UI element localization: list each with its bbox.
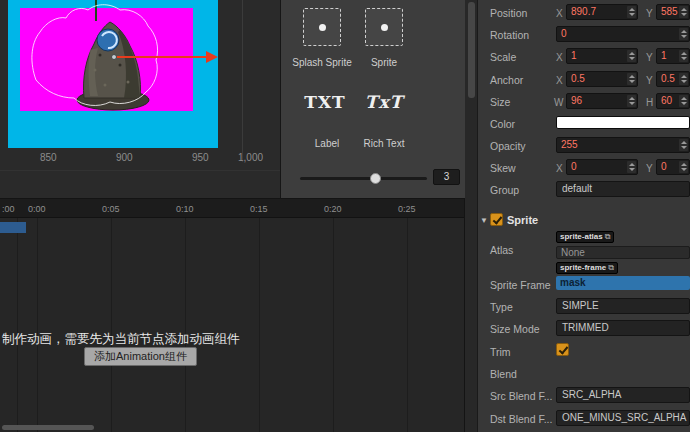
dst-blend-select[interactable]: ONE_MINUS_SRC_ALPHA [556, 410, 690, 426]
axis-label-x: X [556, 75, 563, 86]
time-label: 0:10 [176, 204, 194, 214]
time-label: 0:15 [250, 204, 268, 214]
time-label: 0:05 [102, 204, 120, 214]
spinner[interactable] [679, 6, 688, 18]
time-label: 0:25 [398, 204, 416, 214]
rotation-input[interactable]: 0 [556, 26, 690, 42]
scale-label: Scale [490, 51, 516, 63]
spinner[interactable] [679, 73, 688, 85]
rich-text-button[interactable]: TxT [362, 92, 406, 112]
timeline-selection-bar[interactable] [0, 222, 26, 233]
sprite-frame-label: Sprite Frame [490, 279, 551, 291]
inspector-panel: Position X 890.7 Y 585 Rotation 0 Scale … [478, 0, 690, 432]
time-label: 0:00 [28, 204, 46, 214]
timeline-ruler[interactable]: :00 0:00 0:05 0:10 0:15 0:20 0:25 [0, 199, 465, 218]
rich-text-label: Rich Text [353, 138, 415, 149]
slider-value-input[interactable]: 3 [433, 169, 460, 185]
vertical-scrollbar[interactable] [468, 2, 475, 98]
position-x-input[interactable]: 890.7 [566, 4, 638, 20]
ruler-label: 950 [192, 152, 209, 163]
sprite-icon [319, 24, 326, 31]
axis-label-x: X [556, 8, 563, 19]
type-label: Type [490, 301, 513, 313]
size-mode-label: Size Mode [490, 323, 540, 335]
axis-label-w: W [554, 97, 563, 108]
skew-y-input[interactable]: 0 [656, 159, 690, 175]
anchor-label: Anchor [490, 74, 523, 86]
position-label: Position [490, 7, 527, 19]
spinner[interactable] [679, 139, 688, 151]
scale-y-input[interactable]: 1 [656, 48, 690, 64]
axis-label-h: H [646, 97, 653, 108]
animation-hint-text: 制作动画，需要先为当前节点添加动画组件 [2, 331, 240, 348]
spinner[interactable] [679, 95, 688, 107]
blend-label: Blend [490, 368, 517, 380]
axis-label-x: X [556, 163, 563, 174]
sprite-button[interactable] [365, 8, 403, 46]
axis-label-y: Y [646, 75, 653, 86]
slider-handle[interactable] [370, 173, 381, 184]
ruler-label: 850 [40, 152, 57, 163]
add-animation-component-button[interactable]: 添加Animation组件 [84, 347, 197, 366]
horizontal-scrollbar[interactable] [2, 425, 94, 430]
spinner[interactable] [627, 50, 636, 62]
spinner[interactable] [679, 50, 688, 62]
spinner[interactable] [627, 6, 636, 18]
spinner[interactable] [627, 161, 636, 173]
spinner[interactable] [679, 161, 688, 173]
spinner[interactable] [627, 95, 636, 107]
external-link-icon[interactable]: ⧉ [605, 232, 611, 241]
scene-view[interactable]: 850 900 950 1,000 [0, 0, 281, 199]
size-h-input[interactable]: 60 [656, 93, 690, 109]
axis-label-x: X [556, 52, 563, 63]
panel-divider [465, 0, 478, 432]
size-w-input[interactable]: 96 [566, 93, 638, 109]
slider-track[interactable] [300, 177, 427, 180]
axis-label-y: Y [646, 163, 653, 174]
collapse-arrow-icon[interactable]: ▼ [480, 216, 488, 225]
external-link-icon[interactable]: ⧉ [608, 263, 614, 272]
opacity-input[interactable]: 255 [556, 137, 690, 153]
axis-label-y: Y [646, 52, 653, 63]
sprite-atlas-tag[interactable]: sprite-atlas⧉ [556, 231, 614, 243]
time-label: :00 [2, 204, 15, 214]
label-button[interactable]: TXT [303, 92, 347, 112]
anchor-x-input[interactable]: 0.5 [566, 71, 638, 87]
sprite-icon [381, 24, 388, 31]
label-label: Label [296, 138, 358, 149]
trim-label: Trim [490, 346, 511, 358]
scale-x-input[interactable]: 1 [566, 48, 638, 64]
sprite-frame-value-field[interactable]: mask [556, 276, 690, 290]
spinner[interactable] [627, 73, 636, 85]
timeline-grid[interactable] [0, 218, 464, 432]
rotation-label: Rotation [490, 29, 529, 41]
axis-label-y: Y [646, 8, 653, 19]
src-blend-select[interactable]: SRC_ALPHA [556, 387, 690, 403]
animation-timeline-panel[interactable]: :00 0:00 0:05 0:10 0:15 0:20 0:25 制作动画，需… [0, 199, 465, 432]
color-swatch[interactable] [556, 116, 690, 129]
ruler-baseline [0, 170, 281, 171]
color-label: Color [490, 118, 515, 130]
sprite-component-checkbox[interactable] [490, 213, 503, 226]
spinner[interactable] [679, 28, 688, 40]
ruler-label: 1,000 [238, 152, 263, 163]
group-label: Group [490, 184, 519, 196]
src-blend-label: Src Blend F... [490, 390, 552, 402]
ruler-label: 900 [116, 152, 133, 163]
type-select[interactable]: SIMPLE [556, 298, 690, 314]
splash-sprite-button[interactable] [303, 8, 341, 46]
statue-sprite[interactable] [77, 22, 149, 110]
grid-line-1000 [242, 0, 243, 162]
sprite-frame-tag[interactable]: sprite-frame⧉ [556, 262, 618, 274]
anchor-y-input[interactable]: 0.5 [656, 71, 690, 87]
position-y-input[interactable]: 585 [656, 4, 690, 20]
size-mode-select[interactable]: TRIMMED [556, 320, 690, 336]
group-select[interactable]: default [556, 181, 690, 197]
time-label: 0:20 [324, 204, 342, 214]
scene-sprite-gizmo-overlay[interactable] [0, 0, 281, 198]
skew-x-input[interactable]: 0 [566, 159, 638, 175]
atlas-value-field[interactable]: None [556, 246, 690, 259]
splash-sprite-label: Splash Sprite [291, 57, 353, 68]
trim-checkbox[interactable] [556, 343, 569, 356]
opacity-label: Opacity [490, 140, 526, 152]
